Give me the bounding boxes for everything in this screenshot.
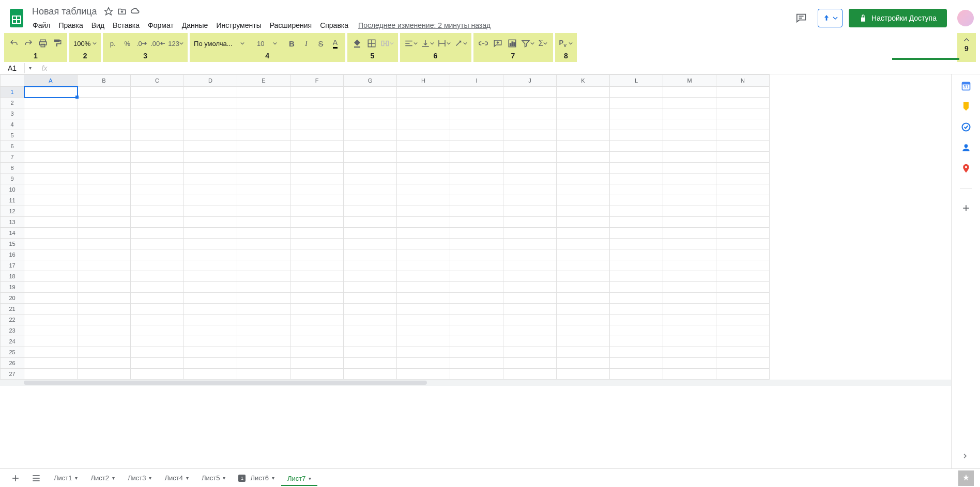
cell-M15[interactable] [663,239,716,249]
last-edit-link[interactable]: Последнее изменение: 2 минуты назад [358,21,491,29]
cell-G1[interactable] [344,87,397,98]
document-title[interactable]: Новая таблица [29,5,100,18]
cell-G6[interactable] [344,141,397,152]
cell-K13[interactable] [557,217,610,228]
contacts-icon[interactable] [961,143,971,153]
row-header-11[interactable]: 11 [1,195,24,206]
cell-A8[interactable] [24,163,78,174]
cell-L25[interactable] [610,347,663,358]
cell-J10[interactable] [503,184,557,195]
cell-I18[interactable] [450,271,503,282]
cell-C12[interactable] [131,206,184,217]
cell-D7[interactable] [184,152,237,163]
column-header-G[interactable]: G [344,75,397,87]
cell-B19[interactable] [78,282,131,293]
cell-N21[interactable] [716,304,770,315]
cell-E7[interactable] [237,152,290,163]
cell-J1[interactable] [503,87,557,98]
cell-C10[interactable] [131,184,184,195]
cell-E6[interactable] [237,141,290,152]
cell-C11[interactable] [131,195,184,206]
cell-J17[interactable] [503,260,557,271]
cell-H23[interactable] [397,325,450,336]
cell-I13[interactable] [450,217,503,228]
sheet-tab-3[interactable]: Лист4▾ [158,470,195,486]
cell-G15[interactable] [344,239,397,249]
cell-K23[interactable] [557,325,610,336]
cell-D12[interactable] [184,206,237,217]
cell-N13[interactable] [716,217,770,228]
spreadsheet-grid[interactable]: ABCDEFGHIJKLMN12345678910111213141516171… [0,74,951,468]
cell-A4[interactable] [24,119,78,130]
cell-H24[interactable] [397,336,450,347]
insert-comment-button[interactable] [491,37,504,50]
cell-H16[interactable] [397,249,450,260]
cell-I14[interactable] [450,228,503,239]
italic-button[interactable]: I [300,37,313,50]
cell-D3[interactable] [184,108,237,119]
cell-A27[interactable] [24,369,78,380]
cell-F2[interactable] [290,98,344,108]
cell-H3[interactable] [397,108,450,119]
strikethrough-button[interactable]: S [314,37,328,50]
cell-J27[interactable] [503,369,557,380]
cell-C23[interactable] [131,325,184,336]
column-header-D[interactable]: D [184,75,237,87]
print-button[interactable] [36,37,50,50]
row-header-24[interactable]: 24 [1,336,24,347]
cell-F7[interactable] [290,152,344,163]
cell-I7[interactable] [450,152,503,163]
cell-H11[interactable] [397,195,450,206]
formula-input[interactable] [54,64,980,72]
cell-I21[interactable] [450,304,503,315]
cell-A7[interactable] [24,152,78,163]
cell-H5[interactable] [397,130,450,141]
cell-A14[interactable] [24,228,78,239]
cell-M20[interactable] [663,293,716,304]
cell-D27[interactable] [184,369,237,380]
cell-M6[interactable] [663,141,716,152]
cell-M4[interactable] [663,119,716,130]
cell-H12[interactable] [397,206,450,217]
explore-button[interactable] [958,470,974,486]
functions-button[interactable]: Σ [537,37,550,50]
cell-D8[interactable] [184,163,237,174]
cell-H22[interactable] [397,315,450,325]
cell-H10[interactable] [397,184,450,195]
sheet-tab-0[interactable]: Лист1▾ [48,470,84,486]
row-header-13[interactable]: 13 [1,217,24,228]
cell-C13[interactable] [131,217,184,228]
cell-B20[interactable] [78,293,131,304]
cell-N17[interactable] [716,260,770,271]
cell-E20[interactable] [237,293,290,304]
vertical-align-button[interactable] [420,37,435,50]
cell-C3[interactable] [131,108,184,119]
keep-icon[interactable] [961,101,971,112]
cell-C21[interactable] [131,304,184,315]
cell-B15[interactable] [78,239,131,249]
column-header-L[interactable]: L [610,75,663,87]
cell-D24[interactable] [184,336,237,347]
cell-D23[interactable] [184,325,237,336]
cell-B2[interactable] [78,98,131,108]
row-header-7[interactable]: 7 [1,152,24,163]
cell-L23[interactable] [610,325,663,336]
sheet-tab-4[interactable]: Лист5▾ [195,470,232,486]
cell-I15[interactable] [450,239,503,249]
cell-C17[interactable] [131,260,184,271]
cell-N19[interactable] [716,282,770,293]
cell-A1[interactable] [24,87,78,98]
cell-M1[interactable] [663,87,716,98]
cell-F24[interactable] [290,336,344,347]
cell-B17[interactable] [78,260,131,271]
cell-L16[interactable] [610,249,663,260]
cell-H26[interactable] [397,358,450,369]
cell-M24[interactable] [663,336,716,347]
cell-L14[interactable] [610,228,663,239]
cell-D26[interactable] [184,358,237,369]
cell-C27[interactable] [131,369,184,380]
cell-F17[interactable] [290,260,344,271]
cell-E3[interactable] [237,108,290,119]
cell-K11[interactable] [557,195,610,206]
name-box[interactable]: A1 [0,63,25,73]
